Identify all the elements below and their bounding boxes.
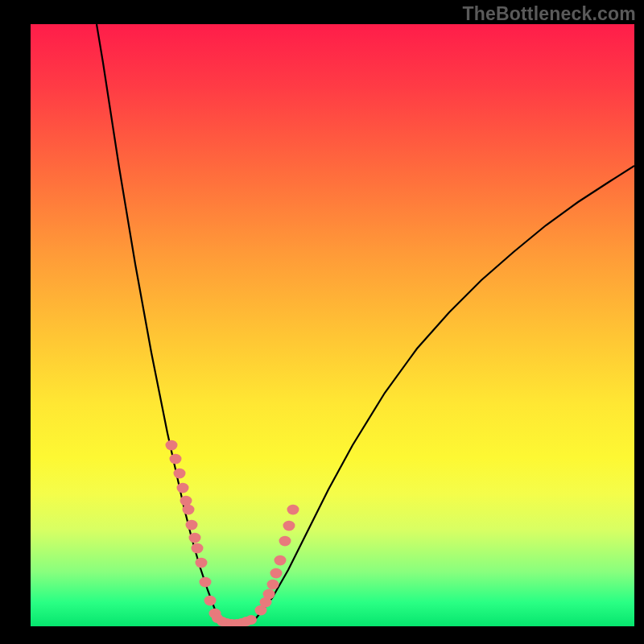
plot-area	[31, 24, 634, 626]
data-dot	[283, 521, 295, 531]
data-dot	[170, 454, 182, 464]
data-dot	[270, 568, 283, 579]
bottleneck-curve	[31, 24, 634, 626]
data-dot	[189, 533, 201, 543]
data-dots	[166, 440, 299, 626]
data-dot	[180, 496, 192, 506]
data-dot	[177, 483, 189, 493]
data-dot	[166, 440, 178, 451]
curve-path	[97, 24, 634, 625]
data-dot	[186, 520, 198, 530]
data-dot	[204, 596, 217, 606]
data-dot	[174, 469, 186, 479]
data-dot	[263, 589, 275, 600]
data-dot	[192, 543, 204, 554]
data-dot	[267, 580, 279, 590]
data-dot	[200, 577, 212, 588]
data-dot	[196, 558, 208, 568]
chart-frame: TheBottleneck.com	[0, 0, 644, 644]
data-dot	[279, 536, 291, 547]
data-dot	[287, 505, 299, 515]
data-dot	[246, 615, 257, 625]
watermark-text: TheBottleneck.com	[462, 3, 636, 25]
data-dot	[275, 555, 287, 566]
data-dot	[183, 505, 195, 515]
